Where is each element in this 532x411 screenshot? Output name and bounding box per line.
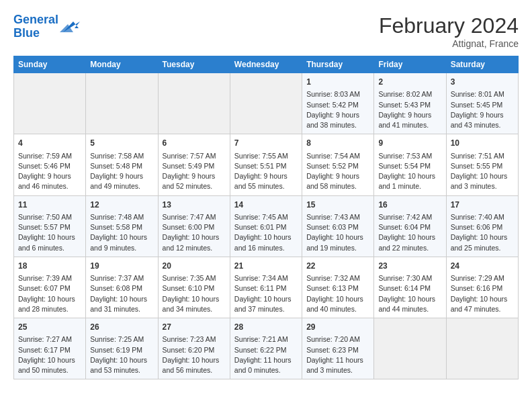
daylight-text: Daylight: 10 hours and 1 minute.	[378, 172, 435, 190]
calendar-cell: 6Sunrise: 7:57 AMSunset: 5:49 PMDaylight…	[158, 134, 230, 195]
day-number: 4	[18, 138, 81, 149]
calendar-week-row: 4Sunrise: 7:59 AMSunset: 5:46 PMDaylight…	[14, 134, 519, 195]
day-number: 11	[18, 199, 81, 211]
sunrise-text: Sunrise: 8:02 AM	[378, 90, 432, 98]
sunset-text: Sunset: 5:52 PM	[306, 162, 359, 170]
logo-icon	[60, 19, 80, 35]
day-header-wednesday: Wednesday	[230, 56, 302, 73]
calendar-cell: 28Sunrise: 7:21 AMSunset: 6:22 PMDayligh…	[230, 318, 302, 379]
calendar-week-row: 11Sunrise: 7:50 AMSunset: 5:57 PMDayligh…	[14, 195, 519, 257]
daylight-text: Daylight: 9 hours and 43 minutes.	[451, 111, 504, 129]
calendar-cell: 26Sunrise: 7:25 AMSunset: 6:19 PMDayligh…	[86, 318, 158, 379]
calendar-cell: 14Sunrise: 7:45 AMSunset: 6:01 PMDayligh…	[230, 195, 302, 257]
day-number: 6	[163, 138, 226, 149]
daylight-text: Daylight: 9 hours and 55 minutes.	[234, 172, 287, 190]
calendar-cell: 7Sunrise: 7:55 AMSunset: 5:51 PMDaylight…	[230, 134, 302, 195]
daylight-text: Daylight: 10 hours and 3 minutes.	[451, 172, 508, 190]
calendar-table: SundayMondayTuesdayWednesdayThursdayFrid…	[13, 56, 519, 379]
calendar-cell: 29Sunrise: 7:20 AMSunset: 6:23 PMDayligh…	[302, 318, 374, 379]
day-header-thursday: Thursday	[302, 56, 374, 73]
logo: General Blue	[13, 13, 80, 40]
day-number: 16	[378, 199, 441, 211]
sunset-text: Sunset: 6:03 PM	[306, 223, 359, 231]
day-number: 15	[306, 199, 369, 211]
sunrise-text: Sunrise: 7:23 AM	[163, 335, 216, 343]
title-area: February 2024 Attignat, France	[379, 13, 519, 49]
calendar-cell: 16Sunrise: 7:42 AMSunset: 6:04 PMDayligh…	[374, 195, 446, 257]
sunrise-text: Sunrise: 7:20 AM	[306, 335, 360, 343]
sunset-text: Sunset: 5:58 PM	[90, 223, 142, 231]
day-number: 27	[163, 322, 226, 333]
sunset-text: Sunset: 6:23 PM	[306, 346, 359, 354]
sunset-text: Sunset: 5:49 PM	[163, 162, 215, 170]
calendar-cell: 21Sunrise: 7:34 AMSunset: 6:11 PMDayligh…	[230, 257, 302, 318]
daylight-text: Daylight: 10 hours and 44 minutes.	[378, 295, 435, 313]
sunset-text: Sunset: 6:13 PM	[306, 284, 359, 292]
day-number: 19	[90, 261, 153, 272]
sunrise-text: Sunrise: 7:48 AM	[90, 213, 144, 221]
day-number: 21	[234, 261, 298, 272]
sunrise-text: Sunrise: 7:42 AM	[378, 213, 432, 221]
sunset-text: Sunset: 5:57 PM	[18, 223, 71, 231]
daylight-text: Daylight: 10 hours and 50 minutes.	[18, 356, 75, 374]
daylight-text: Daylight: 10 hours and 25 minutes.	[451, 233, 508, 251]
sunset-text: Sunset: 5:55 PM	[451, 162, 503, 170]
sunset-text: Sunset: 6:00 PM	[163, 223, 215, 231]
sunset-text: Sunset: 5:42 PM	[306, 101, 359, 109]
calendar-cell	[158, 73, 230, 134]
calendar-cell: 24Sunrise: 7:29 AMSunset: 6:16 PMDayligh…	[446, 257, 518, 318]
calendar-cell: 22Sunrise: 7:32 AMSunset: 6:13 PMDayligh…	[302, 257, 374, 318]
calendar-cell	[14, 73, 86, 134]
sunrise-text: Sunrise: 7:30 AM	[378, 274, 432, 282]
daylight-text: Daylight: 10 hours and 47 minutes.	[451, 295, 508, 313]
day-number: 29	[306, 322, 369, 333]
calendar-cell: 1Sunrise: 8:03 AMSunset: 5:42 PMDaylight…	[302, 73, 374, 134]
daylight-text: Daylight: 10 hours and 16 minutes.	[234, 233, 292, 251]
daylight-text: Daylight: 10 hours and 12 minutes.	[163, 233, 220, 251]
sunrise-text: Sunrise: 7:57 AM	[163, 152, 216, 160]
calendar-cell	[86, 73, 158, 134]
sunset-text: Sunset: 6:04 PM	[378, 223, 431, 231]
daylight-text: Daylight: 10 hours and 34 minutes.	[163, 295, 220, 313]
daylight-text: Daylight: 9 hours and 41 minutes.	[378, 111, 431, 129]
calendar-cell: 3Sunrise: 8:01 AMSunset: 5:45 PMDaylight…	[446, 73, 518, 134]
calendar-cell: 2Sunrise: 8:02 AMSunset: 5:43 PMDaylight…	[374, 73, 446, 134]
daylight-text: Daylight: 9 hours and 38 minutes.	[306, 111, 359, 129]
day-number: 25	[18, 322, 81, 333]
daylight-text: Daylight: 10 hours and 37 minutes.	[234, 295, 292, 313]
day-header-tuesday: Tuesday	[158, 56, 230, 73]
sunset-text: Sunset: 5:45 PM	[451, 101, 503, 109]
calendar-cell: 15Sunrise: 7:43 AMSunset: 6:03 PMDayligh…	[302, 195, 374, 257]
day-number: 10	[451, 138, 514, 149]
sunset-text: Sunset: 6:14 PM	[378, 284, 431, 292]
daylight-text: Daylight: 10 hours and 9 minutes.	[90, 233, 147, 251]
sunset-text: Sunset: 5:51 PM	[234, 162, 287, 170]
sunrise-text: Sunrise: 7:34 AM	[234, 274, 288, 282]
header: General Blue February 2024 Attignat, Fra…	[13, 13, 519, 49]
daylight-text: Daylight: 10 hours and 19 minutes.	[306, 233, 363, 251]
day-header-monday: Monday	[86, 56, 158, 73]
sunrise-text: Sunrise: 7:25 AM	[90, 335, 144, 343]
sunrise-text: Sunrise: 7:50 AM	[18, 213, 72, 221]
sunrise-text: Sunrise: 7:55 AM	[234, 152, 288, 160]
day-number: 8	[306, 138, 369, 149]
day-number: 1	[306, 77, 369, 88]
daylight-text: Daylight: 9 hours and 52 minutes.	[163, 172, 216, 190]
daylight-text: Daylight: 10 hours and 22 minutes.	[378, 233, 435, 251]
day-number: 28	[234, 322, 298, 333]
day-number: 5	[90, 138, 153, 149]
sunrise-text: Sunrise: 7:58 AM	[90, 152, 144, 160]
sunset-text: Sunset: 6:17 PM	[18, 346, 71, 354]
daylight-text: Daylight: 10 hours and 6 minutes.	[18, 233, 75, 251]
day-number: 23	[378, 261, 441, 272]
calendar-cell: 23Sunrise: 7:30 AMSunset: 6:14 PMDayligh…	[374, 257, 446, 318]
day-number: 20	[163, 261, 226, 272]
calendar-week-row: 1Sunrise: 8:03 AMSunset: 5:42 PMDaylight…	[14, 73, 519, 134]
day-number: 13	[163, 199, 226, 211]
calendar-cell	[446, 318, 518, 379]
sunset-text: Sunset: 6:22 PM	[234, 346, 287, 354]
day-number: 12	[90, 199, 153, 211]
day-number: 18	[18, 261, 81, 272]
day-number: 9	[378, 138, 441, 149]
daylight-text: Daylight: 9 hours and 49 minutes.	[90, 172, 143, 190]
